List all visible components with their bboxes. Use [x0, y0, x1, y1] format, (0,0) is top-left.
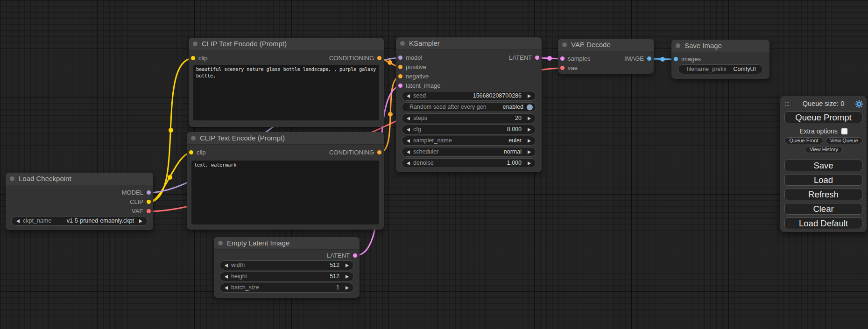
collapse-dot-icon[interactable] [400, 41, 405, 46]
node-title-bar[interactable]: CLIP Text Encode (Prompt) [189, 38, 384, 50]
collapse-dot-icon[interactable] [10, 176, 14, 181]
node-clip-text-encode-positive[interactable]: CLIP Text Encode (Prompt) clip CONDITION… [189, 38, 384, 127]
increment-arrow-icon[interactable] [528, 128, 531, 132]
view-queue-button[interactable]: View Queue [826, 137, 862, 144]
port-row: images [671, 55, 769, 64]
conditioning-output-port[interactable] [377, 56, 381, 60]
latent-image-input-port[interactable] [398, 84, 402, 88]
extra-options-checkbox[interactable] [841, 128, 847, 134]
steps-widget[interactable]: steps 20 [402, 113, 536, 123]
extra-options-row: Extra options [780, 127, 867, 135]
filename-prefix-widget[interactable]: filename_prefix ComfyUI [678, 64, 763, 74]
settings-gear-icon[interactable] [855, 100, 863, 110]
clip-output-port[interactable] [147, 200, 151, 204]
toggle-icon[interactable] [527, 104, 533, 110]
decrement-arrow-icon[interactable] [407, 161, 410, 165]
port-row: samples IMAGE [558, 54, 654, 63]
scheduler-widget[interactable]: scheduler normal [402, 147, 536, 157]
seed-widget[interactable]: seed 156680208700286 [402, 91, 536, 101]
node-title-bar[interactable]: CLIP Text Encode (Prompt) [187, 132, 384, 145]
increment-arrow-icon[interactable] [346, 286, 349, 290]
random-seed-widget[interactable]: Random seed after every gen enabled [402, 102, 536, 112]
decrement-arrow-icon[interactable] [16, 219, 20, 223]
vae-output-port[interactable] [147, 209, 151, 213]
prompt-text-area[interactable]: beautiful scenery nature glass bottle la… [193, 65, 379, 120]
widget-label: width [231, 261, 245, 270]
node-empty-latent-image[interactable]: Empty Latent Image LATENT width 512 heig… [214, 237, 360, 298]
port-row: positive [396, 63, 542, 72]
model-input-port[interactable] [398, 56, 402, 60]
clip-input-port[interactable] [191, 56, 195, 60]
width-widget[interactable]: width 512 [219, 260, 354, 270]
negative-input-port[interactable] [398, 74, 402, 78]
node-save-image[interactable]: Save Image images filename_prefix ComfyU… [671, 40, 769, 79]
clip-input-port[interactable] [189, 150, 193, 154]
decrement-arrow-icon[interactable] [407, 94, 410, 98]
cfg-widget[interactable]: cfg 8.000 [402, 125, 536, 134]
collapse-dot-icon[interactable] [562, 42, 567, 47]
increment-arrow-icon[interactable] [528, 161, 531, 165]
batch-size-widget[interactable]: batch_size 1 [219, 283, 354, 293]
denoise-widget[interactable]: denoise 1.000 [402, 158, 536, 168]
output-label: CONDITIONING [329, 148, 374, 157]
load-default-button[interactable]: Load Default [784, 217, 862, 229]
decrement-arrow-icon[interactable] [407, 117, 410, 120]
node-title-bar[interactable]: Save Image [671, 40, 769, 52]
increment-arrow-icon[interactable] [528, 139, 531, 143]
node-title-bar[interactable]: Empty Latent Image [214, 237, 360, 250]
latent-output-port[interactable] [535, 56, 539, 60]
increment-arrow-icon[interactable] [139, 219, 142, 223]
ckpt-name-widget[interactable]: ckpt_name v1-5-pruned-emaonly.ckpt [11, 216, 148, 226]
height-widget[interactable]: height 512 [219, 272, 354, 281]
decrement-arrow-icon[interactable] [225, 286, 228, 290]
increment-arrow-icon[interactable] [528, 117, 531, 120]
node-vae-decode[interactable]: VAE Decode samples IMAGE vae [558, 39, 654, 74]
node-title-bar[interactable]: VAE Decode [558, 39, 654, 51]
samples-input-port[interactable] [560, 56, 565, 61]
collapse-dot-icon[interactable] [191, 136, 196, 140]
node-title-bar[interactable]: KSampler [396, 37, 542, 50]
node-load-checkpoint[interactable]: Load Checkpoint MODEL CLIP VAE ckpt_name… [6, 173, 153, 230]
decrement-arrow-icon[interactable] [225, 264, 228, 267]
node-clip-text-encode-negative[interactable]: CLIP Text Encode (Prompt) clip CONDITION… [187, 132, 384, 230]
graph-canvas[interactable]: Load Checkpoint MODEL CLIP VAE ckpt_name… [0, 0, 868, 329]
extra-options-label: Extra options [799, 127, 838, 135]
load-button[interactable]: Load [784, 174, 862, 186]
prompt-text-area[interactable]: text, watermark [191, 161, 379, 224]
clear-button[interactable]: Clear [784, 203, 862, 215]
link-midpoint-dot [388, 60, 392, 65]
model-output-port[interactable] [147, 190, 151, 195]
widget-value: 1 [336, 283, 339, 292]
positive-input-port[interactable] [398, 65, 402, 69]
node-title-bar[interactable]: Load Checkpoint [6, 173, 153, 185]
queue-prompt-button[interactable]: Queue Prompt [784, 112, 862, 123]
output-label: LATENT [327, 251, 350, 260]
sampler-name-widget[interactable]: sampler_name euler [402, 136, 536, 146]
increment-arrow-icon[interactable] [528, 94, 531, 98]
conditioning-output-port[interactable] [377, 150, 381, 154]
increment-arrow-icon[interactable] [346, 275, 349, 279]
queue-front-button[interactable]: Queue Front [784, 137, 823, 144]
input-label: positive [406, 63, 426, 72]
save-button[interactable]: Save [784, 160, 862, 171]
decrement-arrow-icon[interactable] [407, 150, 410, 154]
image-output-port[interactable] [647, 56, 651, 61]
decrement-arrow-icon[interactable] [407, 128, 410, 132]
input-label: clip [198, 54, 208, 63]
latent-output-port[interactable] [353, 253, 357, 258]
increment-arrow-icon[interactable] [346, 264, 349, 267]
collapse-dot-icon[interactable] [676, 43, 680, 48]
refresh-button[interactable]: Refresh [784, 189, 862, 200]
collapse-dot-icon[interactable] [193, 42, 198, 46]
node-title: VAE Decode [571, 41, 611, 49]
vae-input-port[interactable] [560, 66, 565, 70]
node-title: CLIP Text Encode (Prompt) [202, 40, 287, 48]
images-input-port[interactable] [674, 57, 678, 61]
decrement-arrow-icon[interactable] [225, 275, 228, 279]
increment-arrow-icon[interactable] [528, 150, 531, 154]
widget-value: normal [504, 147, 522, 156]
view-history-button[interactable]: View History [805, 146, 843, 153]
node-ksampler[interactable]: KSampler model LATENT positive negative … [396, 37, 542, 172]
collapse-dot-icon[interactable] [218, 241, 223, 245]
decrement-arrow-icon[interactable] [407, 139, 410, 143]
